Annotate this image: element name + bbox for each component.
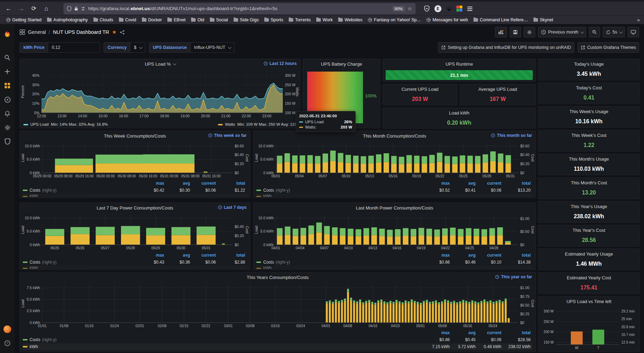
time-link-this-year[interactable]: This year so far (495, 274, 532, 279)
panel-title[interactable]: Average UPS Load (460, 84, 536, 94)
back-button[interactable]: ← (3, 3, 14, 14)
legend-col-total[interactable]: total (218, 252, 247, 259)
stat-title[interactable]: Today's Usage (538, 59, 639, 69)
panel-title[interactable]: Current UPS Load (383, 84, 457, 94)
panel-title[interactable]: UPS Runtime (383, 59, 536, 69)
tracking-shield-icon[interactable] (67, 6, 71, 11)
stat-title[interactable]: This Year's Usage (538, 201, 639, 211)
breadcrumb-folder[interactable]: General (28, 29, 46, 35)
chart-ups-load[interactable]: 0%10%20%30%40%100 W150 W200 W250 W300 W1… (20, 69, 300, 119)
legend-series-costs[interactable]: Costs(right-y) (256, 259, 426, 266)
legend-col-avg[interactable]: avg (452, 252, 478, 259)
panel-title[interactable]: Load kWh (383, 108, 536, 118)
chart-last7[interactable]: 10.0 kWh5.0 kWh0 kWh$0.40$0.20$005/2505/… (20, 213, 250, 250)
menu-button[interactable] (467, 7, 472, 11)
tabs-extension-icon[interactable] (456, 6, 462, 12)
link-custom-themes[interactable]: Custom Grafana Themes (578, 42, 639, 53)
legend-col-current[interactable]: current (478, 252, 503, 259)
chart-week[interactable]: 10.0 kWh5.0 kWh0 kWh$0.60$0.40$0.20$005/… (20, 141, 250, 178)
legend-series-kwh-clipped[interactable]: kWh (256, 266, 533, 269)
bookmark-item[interactable]: Fantasy on Yahoo! Sp… (366, 17, 423, 23)
legend-col-current[interactable]: current (478, 330, 503, 336)
chart-lastmonth[interactable]: 10.0 kWh5.0 kWh0 kWh$1.00$0.50$004/0104/… (253, 213, 536, 250)
bookmark-item[interactable]: Command Line Refere… (471, 17, 530, 23)
configuration-gear-icon[interactable] (0, 120, 15, 134)
legend-col-max[interactable]: max (426, 180, 452, 187)
stat-title[interactable]: Today's Cost (538, 83, 639, 93)
share-icon[interactable] (120, 30, 125, 35)
stat-title[interactable]: Estimated Yearly Cost (538, 273, 639, 282)
paw-extension-icon[interactable] (446, 6, 452, 12)
bookmark-item[interactable]: Websites (336, 17, 364, 23)
bookmark-item[interactable]: Old (189, 17, 206, 23)
bookmark-item[interactable]: Docker (140, 17, 164, 23)
legend-series-kwh-clipped[interactable]: kWh (256, 194, 533, 197)
panel-title[interactable]: UPS Battery Charge (303, 59, 380, 69)
add-panel-button[interactable] (495, 27, 507, 37)
bookmark-item[interactable]: Covid (117, 17, 138, 23)
home-button[interactable]: ⌂ (41, 3, 52, 14)
dashboards-icon[interactable] (0, 79, 15, 93)
dashboard-settings-button[interactable] (524, 27, 535, 37)
account-icon[interactable]: E (434, 5, 441, 12)
legend-series-costs[interactable]: Costs(right-y) (256, 187, 426, 194)
legend-col-max[interactable]: max (141, 180, 166, 187)
legend-col-max[interactable]: max (426, 330, 452, 336)
legend-col-max[interactable]: max (141, 252, 166, 259)
legend-watts[interactable]: Watts Min: 109 W Max: 250 W Avg: 131 (218, 122, 297, 126)
chart-years[interactable]: 7.5 kWh5.0 kWh2.5 kWh0 kWh$1.00$0.75$0.5… (20, 282, 536, 328)
pocket-shield-icon[interactable] (424, 6, 430, 12)
forward-button[interactable]: → (16, 3, 26, 14)
alerting-bell-icon[interactable] (0, 106, 15, 120)
time-link-this-month[interactable]: This month so far (491, 133, 532, 138)
create-plus-icon[interactable] (0, 65, 15, 79)
bookmarks-overflow-button[interactable]: » (637, 17, 640, 23)
search-icon[interactable] (0, 51, 15, 65)
zoom-out-time-button[interactable] (589, 27, 600, 37)
zoom-level-badge[interactable]: 90% (393, 6, 405, 12)
panel-title[interactable]: Last Month Power Consumption/Costs (253, 203, 536, 213)
bookmark-item[interactable]: Astrophotography (45, 17, 90, 23)
permissions-icon[interactable] (81, 7, 85, 11)
legend-col-max[interactable]: max (426, 252, 452, 259)
stat-title[interactable]: This Week's Cost (538, 130, 639, 140)
panel-title[interactable]: This Month Consumption/Costs This month … (253, 131, 536, 141)
legend-series-kwh-clipped[interactable]: kWh (23, 194, 247, 197)
kwh-price-input[interactable]: 0.12 (48, 42, 100, 53)
currency-select[interactable]: $ (130, 42, 145, 53)
refresh-button[interactable]: 5s (603, 27, 625, 37)
panel-title[interactable]: Last 7 Day Power Consumption/Costs Last … (20, 203, 250, 213)
panel-title[interactable]: This Week Consumption/Costs This week so… (20, 131, 250, 141)
tv-mode-button[interactable] (628, 27, 639, 37)
stat-title[interactable]: This Month's Cost (538, 178, 639, 187)
bookmark-item[interactable]: Social (208, 17, 230, 23)
help-icon[interactable]: ? (0, 336, 15, 350)
link-ups-monitoring-guide[interactable]: Setting up Grafana and InfluxDB for UPS … (438, 42, 574, 53)
legend-series-costs[interactable]: Costs(right-y) (23, 336, 426, 343)
legend-series-kwh[interactable]: kWh (23, 343, 426, 350)
legend-col-total[interactable]: total (218, 180, 247, 187)
time-link-this-week[interactable]: This week so far (208, 133, 247, 138)
url-bar[interactable]: https://grafana.local.ebnet.us/d/UNRAIDN… (63, 3, 416, 14)
bookmark-item[interactable]: Work (314, 17, 335, 23)
bookmark-item[interactable]: Side Gigs (232, 17, 261, 23)
chart-month[interactable]: 10.0 kWh5.0 kWh0 kWh$0.60$0.40$0.20$005/… (253, 141, 536, 178)
chart-load-vs-time[interactable]: 300 W250 W200 W150 W29.2 min25 min20.8 m… (538, 306, 639, 350)
legend-col-avg[interactable]: avg (166, 180, 192, 187)
stat-title[interactable]: This Year's Cost (538, 225, 639, 235)
reload-button[interactable]: ⟳ (29, 3, 39, 14)
stat-title[interactable]: This Week's Usage (538, 106, 639, 116)
bookmark-item[interactable]: Sports (262, 17, 285, 23)
favorite-star-icon[interactable]: ★ (112, 29, 116, 35)
stat-title[interactable]: Estimated Yearly Usage (538, 249, 639, 259)
time-link-last-12-hours[interactable]: Last 12 hours (264, 61, 297, 66)
admin-shield-icon[interactable] (0, 134, 15, 148)
grafana-logo[interactable] (0, 28, 15, 42)
legend-col-avg[interactable]: avg (166, 252, 192, 259)
explore-compass-icon[interactable] (0, 93, 15, 106)
legend-col-current[interactable]: current (478, 180, 503, 187)
legend-series-kwh-clipped[interactable]: kWh (23, 266, 247, 269)
legend-ups-load[interactable]: UPS Load Min: 14% Max: 32% Avg: 16.8% (23, 122, 108, 126)
time-range-picker[interactable]: Previous month (538, 27, 586, 37)
legend-col-current[interactable]: current (192, 252, 218, 259)
